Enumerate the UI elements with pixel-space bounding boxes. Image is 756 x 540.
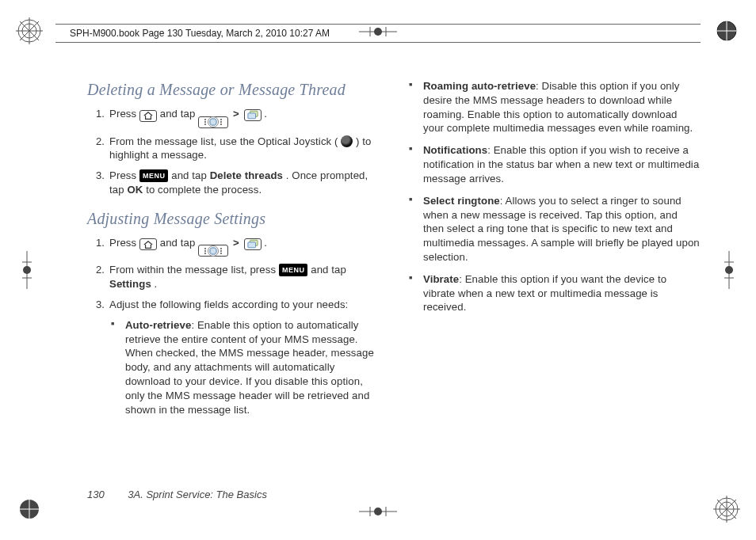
app-launcher-icon — [198, 116, 228, 128]
registration-mark-icon — [16, 496, 43, 523]
messaging-app-icon — [244, 109, 262, 121]
bullet-notifications: Notifications: Enable this option if you… — [418, 143, 701, 185]
registration-mark-icon — [713, 17, 740, 44]
messaging-app-icon — [244, 238, 262, 250]
optical-joystick-icon — [341, 135, 353, 147]
svg-rect-38 — [247, 242, 255, 248]
page-footer: 130 3A. Sprint Service: The Basics — [87, 489, 267, 500]
svg-point-34 — [374, 508, 382, 515]
crop-mark-icon — [724, 251, 734, 289]
bullet-select-ringtone: Select ringtone: Allows you to select a … — [418, 194, 701, 264]
crop-mark-icon — [359, 505, 397, 515]
step-1: Press and tap > . — [105, 236, 380, 257]
app-launcher-icon — [198, 245, 228, 257]
bullet-roaming-auto-retrieve: Roaming auto-retrieve: Disable this opti… — [418, 79, 701, 135]
settings-bullets-right: Roaming auto-retrieve: Disable this opti… — [407, 79, 701, 314]
registration-mark-icon — [713, 496, 740, 523]
section-title-adjust: Adjusting Message Settings — [87, 208, 380, 230]
steps-delete: Press and tap > . From the message list,… — [87, 107, 380, 197]
settings-bullets-left: Auto-retrieve: Enable this option to aut… — [109, 318, 380, 417]
left-column: Deleting a Message or Message Thread Pre… — [87, 79, 380, 477]
footer-title: 3A. Sprint Service: The Basics — [128, 489, 267, 500]
svg-point-22 — [23, 266, 31, 274]
right-column: Roaming auto-retrieve: Disable this opti… — [407, 79, 701, 477]
crop-mark-icon — [22, 251, 32, 289]
section-title-delete: Deleting a Message or Message Thread — [87, 79, 380, 101]
step-2: From the message list, use the Optical J… — [105, 135, 380, 163]
home-key-icon — [139, 110, 157, 122]
step-3: Adjust the following fields according to… — [105, 298, 380, 417]
running-head: SPH-M900.book Page 130 Tuesday, March 2,… — [55, 24, 701, 43]
page-body: Deleting a Message or Message Thread Pre… — [87, 79, 701, 477]
registration-mark-icon — [16, 17, 43, 44]
menu-key-icon: MENU — [139, 169, 169, 182]
page-number: 130 — [87, 489, 105, 500]
home-key-icon — [139, 238, 157, 250]
menu-key-icon: MENU — [279, 264, 308, 276]
bullet-vibrate: Vibrate: Enable this option if you want … — [418, 272, 701, 314]
running-head-text: SPH-M900.book Page 130 Tuesday, March 2,… — [70, 28, 330, 39]
steps-adjust: Press and tap > . From within the messag… — [87, 236, 380, 417]
svg-point-26 — [725, 266, 733, 274]
bullet-auto-retrieve: Auto-retrieve: Enable this option to aut… — [120, 318, 380, 417]
step-1: Press and tap > . — [105, 107, 380, 128]
step-3: Press MENU and tap Delete threads . Once… — [105, 169, 380, 197]
step-2: From within the message list, press MENU… — [105, 263, 380, 291]
svg-rect-36 — [247, 113, 255, 119]
